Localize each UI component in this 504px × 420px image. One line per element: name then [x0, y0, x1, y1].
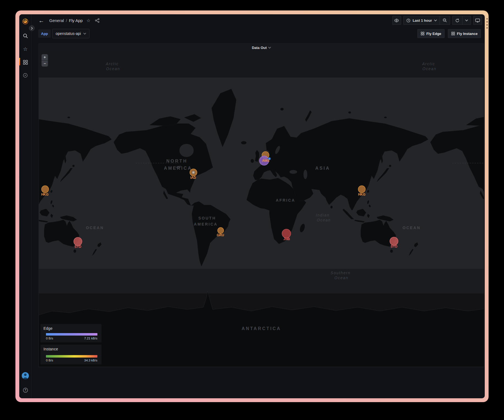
- geo-label: Ocean: [106, 67, 120, 71]
- share-icon: [95, 18, 100, 23]
- svg-text:IAD: IAD: [190, 176, 196, 180]
- svg-text:GRU: GRU: [217, 233, 224, 237]
- svg-text:?: ?: [24, 388, 26, 392]
- geo-label: Ocean: [422, 67, 436, 71]
- map-zoom-in-button[interactable]: +: [42, 54, 48, 60]
- svg-text:HKG: HKG: [41, 193, 49, 196]
- fly-instance-label: Fly Instance: [457, 32, 478, 36]
- legend-edge-gradient-bar: [46, 333, 97, 336]
- sidebar-expand-button[interactable]: [29, 25, 35, 31]
- marker-jnb[interactable]: JNB: [282, 229, 291, 241]
- geo-label: Indian: [316, 213, 330, 217]
- marker-iad[interactable]: IAD: [190, 169, 197, 180]
- monitor-icon: [475, 18, 480, 23]
- panel-header[interactable]: Data Out: [39, 44, 484, 51]
- geomap-panel: Data Out: [39, 43, 484, 367]
- refresh-icon: [455, 18, 459, 23]
- geo-label: Ocean: [317, 218, 331, 222]
- fly-edge-button[interactable]: Fly Edge: [417, 29, 445, 38]
- fly-edge-label: Fly Edge: [426, 32, 441, 36]
- geo-label: AMERICA: [164, 166, 192, 171]
- top-nav-right: Last 1 hour: [392, 16, 482, 25]
- geo-label: AFRICA: [276, 198, 295, 202]
- map-zoom-control: + −: [41, 54, 49, 67]
- dashboard-settings-button[interactable]: [392, 16, 401, 25]
- legend-instance-title: Instance: [43, 347, 99, 351]
- legend-edge-max: 7.21 kB/s: [84, 337, 97, 340]
- legend-instance-min: 0 B/s: [46, 359, 53, 362]
- sidebar-item-starred[interactable]: ☆: [19, 44, 31, 54]
- grafana-app: ☆: [19, 14, 485, 398]
- legend-edge: Edge 0 B/s 7.21 kB/s: [40, 324, 102, 342]
- svg-text:SYD: SYD: [75, 245, 81, 249]
- sidebar-item-explore[interactable]: [19, 70, 31, 80]
- legend-instance-max: 34.3 kB/s: [84, 359, 97, 362]
- question-mark-icon: ?: [23, 387, 28, 393]
- marker-hkg-west[interactable]: HKG: [41, 186, 49, 196]
- refresh-controls: [452, 16, 471, 25]
- grafana-logo-icon: [22, 18, 29, 25]
- legend-edge-min: 0 B/s: [46, 337, 53, 340]
- svg-text:JNB: JNB: [283, 237, 290, 241]
- world-map-svg: Arctic Ocean Arctic Ocean NORTH AMERICA …: [39, 51, 484, 367]
- sidebar-active-indicator: [19, 58, 20, 65]
- geo-label: Arctic: [106, 62, 119, 66]
- favorite-star-button[interactable]: ☆: [87, 18, 91, 23]
- clock-icon: [406, 18, 410, 23]
- star-icon: ☆: [23, 46, 28, 52]
- chevron-down-icon: [434, 20, 437, 21]
- panel-title: Data Out: [252, 46, 267, 50]
- zoom-out-icon: [443, 18, 447, 23]
- grafana-logo[interactable]: [19, 17, 31, 26]
- avatar-icon: [21, 372, 29, 380]
- legend-edge-title: Edge: [43, 326, 99, 331]
- help-button[interactable]: ?: [19, 385, 31, 395]
- dashboard-links: Fly Edge Fly Instance: [417, 29, 481, 38]
- tv-mode-button[interactable]: [473, 16, 482, 25]
- marker-syd-east[interactable]: SYD: [390, 237, 398, 248]
- breadcrumb-item-general[interactable]: General: [49, 18, 64, 23]
- sidebar-item-dashboards[interactable]: [19, 57, 31, 67]
- map-legend: Edge 0 B/s 7.21 kB/s Instance 0 B/s 34.3…: [40, 324, 102, 364]
- time-controls: Last 1 hour: [403, 16, 450, 25]
- fly-instance-button[interactable]: Fly Instance: [448, 29, 481, 38]
- map-zoom-out-button[interactable]: −: [42, 61, 48, 67]
- dashboards-grid-icon: [23, 60, 28, 65]
- search-icon: [23, 33, 28, 39]
- sidebar-item-search[interactable]: [19, 31, 31, 41]
- refresh-button[interactable]: [453, 16, 462, 24]
- breadcrumb-item-fly-app: Fly App: [69, 18, 83, 23]
- svg-text:SYD: SYD: [391, 245, 398, 248]
- geo-label: ASIA: [315, 166, 330, 171]
- geo-label: Ocean: [334, 276, 348, 280]
- top-nav: ← General / Fly App ☆: [31, 14, 485, 26]
- svg-text:HKG: HKG: [358, 193, 366, 196]
- legend-instance-gradient-bar: [46, 355, 97, 358]
- user-avatar[interactable]: [19, 371, 31, 381]
- app-variable-value: openstatus-api: [56, 31, 81, 36]
- panel-menu-chevron-icon: [268, 47, 271, 49]
- geo-label: Arctic: [422, 62, 435, 66]
- marker-syd-west[interactable]: SYD: [74, 237, 82, 249]
- geo-label: OCEAN: [402, 226, 421, 230]
- back-button[interactable]: ←: [39, 18, 44, 23]
- chevron-down-icon: [83, 33, 86, 35]
- compass-icon: [23, 73, 28, 78]
- sidebar: ☆: [19, 14, 32, 398]
- breadcrumb-separator: /: [66, 18, 67, 23]
- geo-label: NORTH: [166, 159, 188, 163]
- time-range-picker[interactable]: Last 1 hour: [404, 16, 440, 24]
- geo-label: AMERICA: [194, 222, 218, 226]
- time-range-label: Last 1 hour: [413, 18, 432, 23]
- svg-text:AMS: AMS: [262, 159, 270, 163]
- geo-label: ANTARCTICA: [242, 326, 281, 331]
- refresh-interval-dropdown[interactable]: [462, 16, 471, 24]
- time-zoom-out-button[interactable]: [440, 16, 450, 24]
- legend-instance: Instance 0 B/s 34.3 kB/s: [40, 345, 102, 364]
- share-button[interactable]: [95, 18, 100, 23]
- map-canvas[interactable]: Arctic Ocean Arctic Ocean NORTH AMERICA …: [39, 51, 484, 367]
- variable-label-app: App: [38, 29, 51, 38]
- window-frame: ☆: [15, 10, 489, 402]
- marker-hkg-east[interactable]: HKG: [358, 186, 366, 196]
- app-variable-dropdown[interactable]: openstatus-api: [52, 29, 89, 38]
